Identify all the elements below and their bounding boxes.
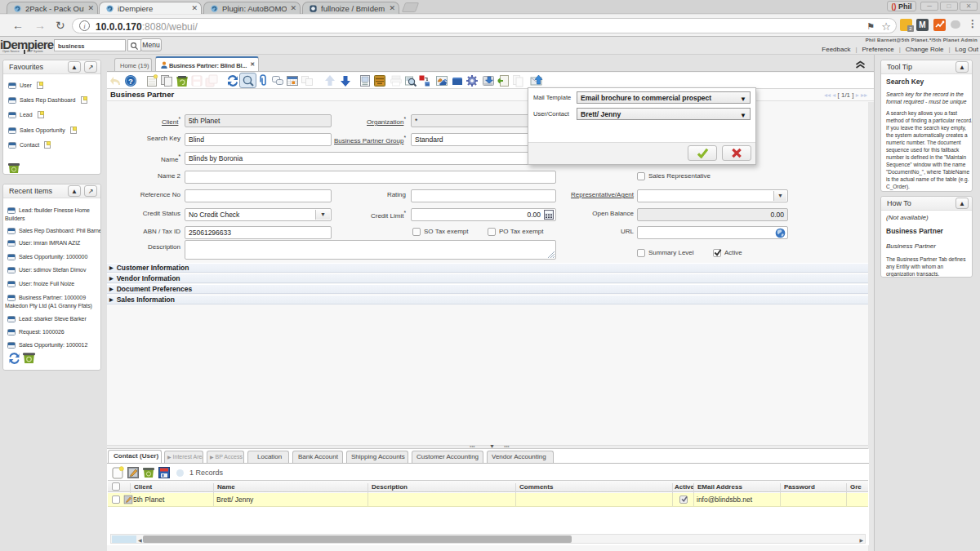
svg-text:?: ? [128,77,133,86]
